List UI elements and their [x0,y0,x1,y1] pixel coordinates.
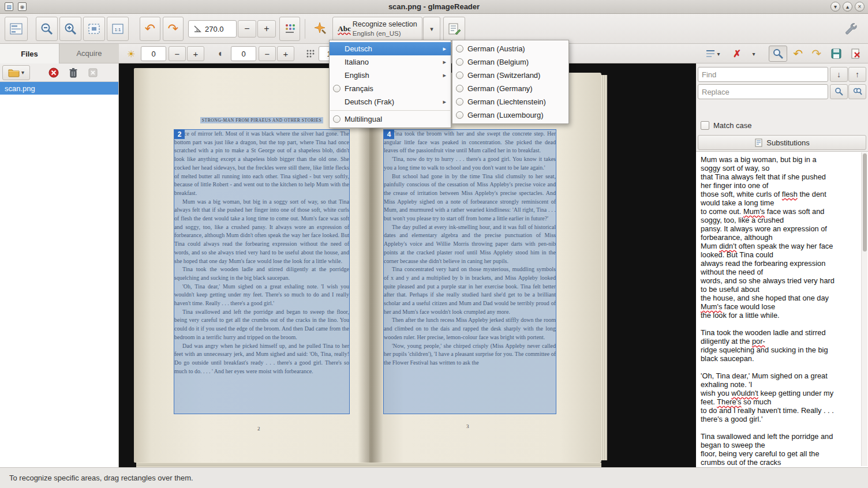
output-line: exhaling note. 'I [701,380,860,389]
submenu-item-german-germany[interactable]: German (Germany) [452,82,568,95]
insert-mode-icon [705,48,716,59]
replace-icon [835,87,844,96]
remove-file-button[interactable] [45,65,62,80]
contrast-input[interactable]: 0 [231,46,256,61]
substitutions-button[interactable]: Substitutions [698,135,866,150]
misspelled-word: flesh [782,190,798,198]
rotate-left-button[interactable]: ↶ [140,17,160,41]
redo-icon: ↷ [812,48,822,59]
settings-button[interactable] [839,17,862,41]
search-icon [772,48,784,59]
menu-item-fran-ais[interactable]: Français [330,82,451,95]
recognize-all-button[interactable] [309,17,330,41]
brightness-increase-button[interactable]: + [187,46,204,61]
submenu-arrow-icon: ▸ [443,45,446,52]
insert-mode-button[interactable]: ▾ [702,46,724,62]
tab-acquire[interactable]: Acquire [59,44,119,63]
undo-button[interactable]: ↶ [790,46,807,62]
scrollbar-thumb[interactable] [863,153,867,251]
submenu-item-german-liechtenstein[interactable]: German (Liechtenstein) [452,95,568,108]
redo-button[interactable]: ↷ [808,46,825,62]
brightness-input[interactable]: 0 [141,46,166,61]
menu-item-label: Deutsch (Frak) [345,97,443,106]
submenu-item-german-austria[interactable]: German (Austria) [452,42,568,55]
radio-icon [456,111,463,119]
zoom-out-button[interactable] [36,17,58,41]
undo-icon: ↶ [794,48,803,59]
close-button[interactable]: × [855,2,865,12]
menu-item-label: Deutsch [345,44,443,53]
rotation-decrease-button[interactable]: − [238,20,256,37]
output-line: soggy sort of way, so [701,164,860,172]
save-output-button[interactable] [828,46,845,62]
clear-files-button[interactable] [84,65,102,80]
radio-icon [456,85,463,92]
rotation-increase-button[interactable]: + [257,20,276,37]
open-file-button[interactable]: ▾ [2,65,30,80]
substitutions-label: Substitutions [766,138,809,147]
output-line: pansy. It always wore an expression of [701,224,860,233]
filter-button[interactable]: ✗ [729,46,744,62]
zoom-in-button[interactable] [59,17,81,41]
output-line: black saucepan. [701,354,860,363]
brightness-decrease-button[interactable]: − [169,46,186,61]
toggle-output-pane-button[interactable] [443,17,465,41]
text-segment: 'Oh, Tina dear,' Mum sighed on a great [701,371,828,380]
menu-item-label: Multilingual [345,115,446,123]
contrast-decrease-button[interactable]: − [259,46,276,61]
output-line: crumbs out of the cracks [701,458,860,467]
submenu-item-german-belgium[interactable]: German (Belgium) [452,55,568,69]
text-segment: so much [742,397,772,406]
show-controls-button[interactable] [5,17,28,41]
output-line [701,320,860,328]
menu-item-multilingual[interactable]: Multilingual [330,112,451,126]
misspelled-word: didn't [719,242,736,250]
zoom-fit-button[interactable] [83,17,105,41]
find-prev-button[interactable]: ↑ [848,67,866,82]
rotate-mode-button[interactable] [279,17,300,41]
find-input[interactable] [698,67,828,82]
menu-item-english[interactable]: English▸ [330,69,451,82]
replace-button[interactable] [830,84,848,99]
text-segment: soggy, too, like a crushed [701,216,784,224]
replace-input[interactable] [698,84,828,99]
output-line: 'Oh, Tina dear,' Mum sighed on a great [701,371,860,380]
filter-dropdown-button[interactable]: ▾ [747,46,761,62]
menu-item-deutsch[interactable]: Deutsch▸ [330,42,451,55]
contrast-increase-button[interactable]: + [277,46,294,61]
selection-region-2[interactable]: 2 [174,129,350,414]
tab-files[interactable]: Files [0,44,59,63]
file-row-scan-png[interactable]: scan.png [0,82,118,95]
rotation-angle-input[interactable]: 270.0 [188,20,237,37]
recognize-selection-button[interactable]: Abc Recognize selection English (en_US) [332,17,422,41]
text-segment: always read the forbearing expression [701,259,825,268]
maximize-button[interactable]: ▴ [843,2,852,12]
menu-item-italiano[interactable]: Italiano▸ [330,55,451,69]
radio-icon [333,85,341,92]
output-line: forbearance, although [701,233,860,242]
chevron-down-icon: ▾ [430,25,433,33]
substitutions-icon [754,138,763,147]
zoom-original-button[interactable]: 1:1 [107,17,129,41]
find-next-button[interactable]: ↓ [830,67,848,82]
find-replace-toggle-button[interactable] [769,46,787,62]
recognize-language-dropdown-button[interactable]: ▾ [423,17,440,41]
minimize-button[interactable]: ▾ [830,2,840,12]
rotate-right-button[interactable]: ↷ [163,17,184,41]
menu-item-deutsch-frak[interactable]: Deutsch (Frak)▸ [330,95,451,108]
contrast-icon: ◐ [218,48,224,59]
match-case-checkbox[interactable] [701,121,709,130]
replace-all-button[interactable] [848,84,866,99]
selection-region-4[interactable]: 4 [383,129,556,414]
misspelled-word: w0uldn't [731,389,758,397]
text-segment: to be useful about [701,285,760,294]
output-scrollbar[interactable] [861,152,867,466]
submenu-item-german-switzerland[interactable]: German (Switzerland) [452,69,568,82]
submenu-item-german-luxembourg[interactable]: German (Luxembourg) [452,108,568,122]
controls-pane-icon [9,22,23,36]
output-line: her finger into one of [701,181,860,190]
clear-output-button[interactable] [847,46,865,62]
output-textarea[interactable]: Mum was a big woman, but big in asoggy s… [696,151,868,467]
delete-file-button[interactable] [65,65,82,80]
trash-icon [69,67,78,78]
